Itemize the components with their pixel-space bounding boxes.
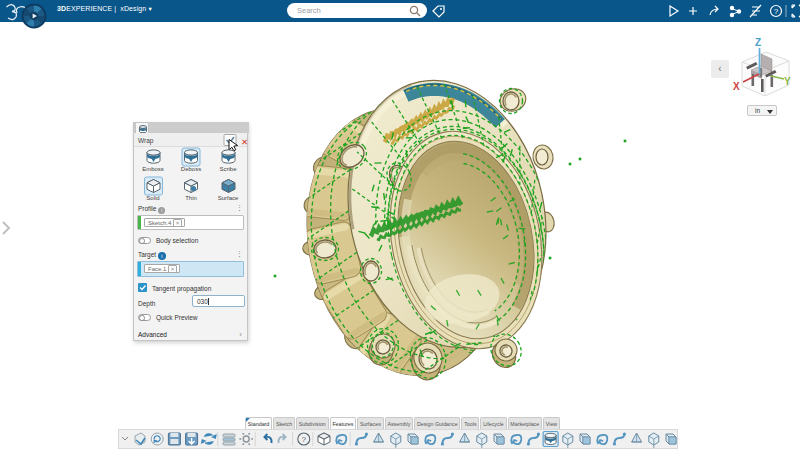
svg-text:?: ? xyxy=(774,7,779,16)
svg-text:Z: Z xyxy=(755,37,761,48)
svg-text:✕: ✕ xyxy=(241,137,248,147)
svg-text:X: X xyxy=(733,81,740,92)
svg-text:?: ? xyxy=(302,435,307,444)
svg-text:Y: Y xyxy=(784,76,791,87)
